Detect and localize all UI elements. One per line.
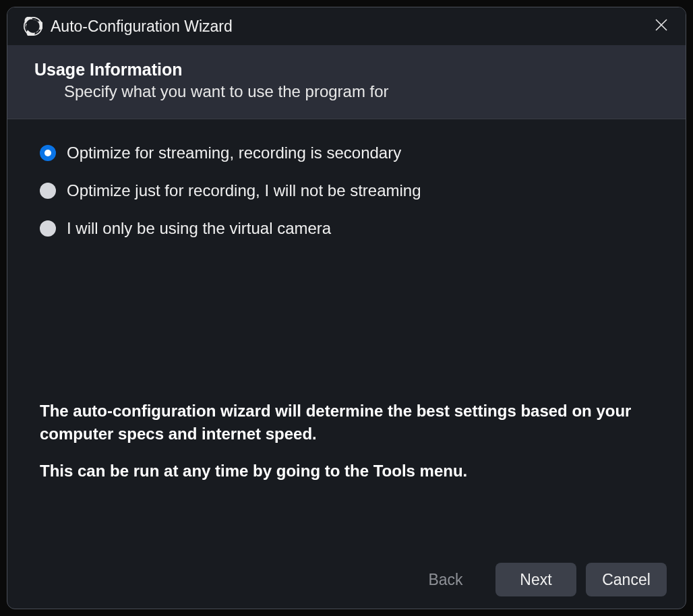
window-title: Auto-Configuration Wizard	[51, 18, 649, 36]
wizard-step-title: Usage Information	[34, 60, 659, 80]
cancel-button[interactable]: Cancel	[586, 563, 667, 596]
wizard-info-block: The auto-configuration wizard will deter…	[40, 386, 653, 537]
wizard-footer: Back Next Cancel	[7, 551, 686, 609]
wizard-step-subtitle: Specify what you want to use the program…	[64, 82, 659, 101]
info-text-2: This can be run at any time by going to …	[40, 460, 653, 483]
radio-icon	[40, 220, 56, 237]
radio-icon	[40, 145, 56, 161]
radio-label: Optimize just for recording, I will not …	[67, 181, 421, 200]
auto-config-wizard-window: Auto-Configuration Wizard Usage Informat…	[7, 7, 686, 609]
option-virtual-camera[interactable]: I will only be using the virtual camera	[40, 219, 653, 238]
radio-label: Optimize for streaming, recording is sec…	[67, 144, 401, 162]
obs-app-icon	[24, 17, 42, 36]
wizard-header-panel: Usage Information Specify what you want …	[7, 45, 686, 119]
radio-label: I will only be using the virtual camera	[67, 219, 331, 238]
next-button[interactable]: Next	[495, 563, 576, 596]
close-icon	[655, 19, 667, 34]
info-text-1: The auto-configuration wizard will deter…	[40, 400, 653, 447]
wizard-content: Optimize for streaming, recording is sec…	[7, 119, 686, 551]
usage-radio-group: Optimize for streaming, recording is sec…	[40, 144, 653, 238]
titlebar: Auto-Configuration Wizard	[7, 7, 686, 45]
radio-icon	[40, 183, 56, 199]
back-button[interactable]: Back	[405, 563, 486, 596]
close-button[interactable]	[649, 14, 673, 38]
option-recording[interactable]: Optimize just for recording, I will not …	[40, 181, 653, 200]
option-streaming[interactable]: Optimize for streaming, recording is sec…	[40, 144, 653, 162]
